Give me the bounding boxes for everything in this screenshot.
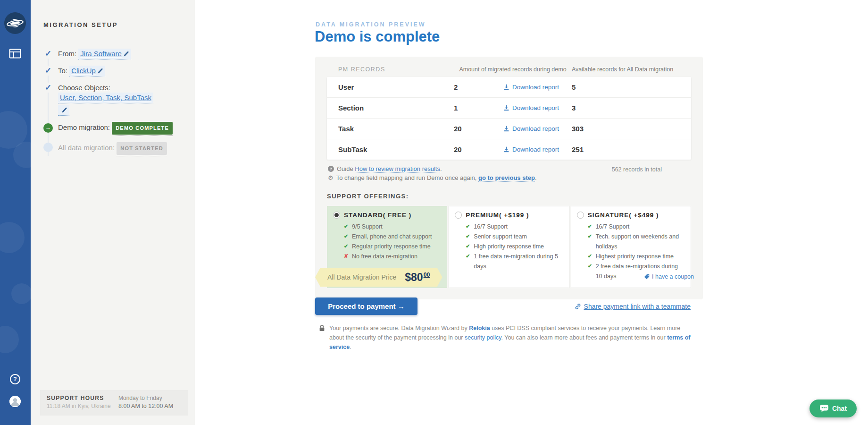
- step-to-value: ClickUp: [71, 67, 96, 75]
- share-label: Share payment link with a teammate: [584, 303, 691, 310]
- pending-circle-icon: [43, 143, 53, 152]
- feature-text: 9/5 Support: [352, 223, 383, 230]
- feature-text: Tech. support on weekends and holidays: [596, 233, 679, 250]
- step-from: ✓ From: Jira Software: [42, 49, 186, 60]
- security-note: Your payments are secure. Data Migration…: [319, 323, 694, 352]
- download-report-link[interactable]: Download report: [503, 104, 572, 111]
- step-alldata-label: All data migration:: [58, 144, 115, 152]
- download-icon: [503, 126, 509, 132]
- page-title: Demo is complete: [315, 28, 440, 45]
- relokia-link[interactable]: Relokia: [469, 325, 490, 332]
- table-row-subtask: SubTask 20 Download report 251: [327, 139, 691, 160]
- support-hours-title: SUPPORT HOURS: [47, 395, 118, 401]
- security-policy-link[interactable]: security policy: [465, 334, 501, 341]
- relokia-planet-logo-icon[interactable]: [4, 12, 26, 34]
- proceed-to-payment-button[interactable]: Proceed to payment →: [315, 298, 417, 315]
- plan-features: ✔16/7 Support ✔Senior support team ✔High…: [455, 222, 563, 272]
- support-offerings-title: SUPPORT OFFERINGS:: [327, 193, 691, 200]
- record-migrated: 20: [454, 125, 503, 133]
- record-name: User: [338, 83, 454, 91]
- security-text: . You can also learn more about fees and…: [501, 334, 668, 341]
- step-objects-value-link[interactable]: User, Section, Task, SubTask: [58, 93, 153, 103]
- record-migrated: 1: [454, 104, 503, 112]
- chat-label: Chat: [832, 405, 847, 412]
- feature-text: High priority response time: [474, 243, 544, 250]
- support-hours-days: Monday to Friday: [118, 395, 173, 401]
- previous-step-link[interactable]: go to previous step: [478, 174, 535, 182]
- setup-panel-title: MIGRATION SETUP: [43, 21, 118, 28]
- step-to-value-link[interactable]: ClickUp: [69, 66, 105, 76]
- feature-text: Senior support team: [474, 233, 527, 240]
- guide-suffix: .: [440, 165, 442, 172]
- setup-steps: ✓ From: Jira Software ✓ To: ClickUp ✓ Ch…: [42, 49, 186, 162]
- plan-title: STANDARD( FREE ): [344, 212, 411, 219]
- app-rail: ?: [0, 0, 31, 425]
- share-payment-link[interactable]: Share payment link with a teammate: [575, 303, 691, 310]
- step-all-data-migration: All data migration: NOT STARTED: [42, 142, 186, 156]
- plan-title: PREMIUM( +$199 ): [466, 212, 529, 219]
- plan-feature: ✔Email, phone and chat support: [344, 232, 441, 242]
- radio-unselected-icon[interactable]: [577, 212, 584, 219]
- support-hours-box: SUPPORT HOURS 11:18 AM in Kyiv, Ukraine …: [40, 390, 188, 416]
- gear-icon: ⚙: [328, 175, 334, 181]
- records-panel: PM RECORDS Amount of migrated records du…: [315, 57, 703, 299]
- record-available: 303: [572, 125, 680, 133]
- decorative-circle: [0, 222, 25, 253]
- check-icon: ✔: [588, 222, 592, 230]
- tag-icon: [644, 274, 650, 280]
- download-report-link[interactable]: Download report: [503, 146, 572, 153]
- section-eyebrow: DATA MIGRATION PREVIEW: [316, 21, 426, 28]
- check-icon: ✓: [42, 66, 54, 76]
- price-amount: $8000: [405, 271, 430, 284]
- guide-link[interactable]: How to review migration results: [355, 165, 440, 173]
- plan-feature: ✔Highest priority response time: [588, 252, 685, 262]
- edit-pencil-icon: [123, 51, 129, 57]
- radio-unselected-icon[interactable]: [455, 212, 462, 219]
- price-cents: 00: [424, 272, 430, 278]
- edit-pencil-icon: [97, 68, 103, 74]
- remap-note: ⚙ To change field mapping and run Demo o…: [328, 174, 690, 181]
- link-chain-icon: [575, 303, 581, 310]
- step-to-label: To:: [58, 67, 67, 75]
- radio-selected-icon[interactable]: [333, 212, 340, 219]
- demo-complete-badge: DEMO COMPLETE: [112, 122, 173, 135]
- coupon-link[interactable]: I have a coupon: [644, 273, 694, 280]
- decorative-circle: [13, 142, 40, 168]
- decorative-circle: [11, 283, 32, 304]
- step-from-label: From:: [58, 50, 76, 58]
- download-report-link[interactable]: Download report: [503, 125, 572, 132]
- chat-button[interactable]: Chat: [810, 400, 857, 417]
- window-panel-icon[interactable]: [9, 49, 21, 60]
- plan-feature: ✔Senior support team: [466, 232, 563, 242]
- demo-status-wrap[interactable]: DEMO COMPLETE: [112, 122, 173, 136]
- step-objects-edit-link[interactable]: [58, 105, 69, 116]
- check-icon: ✔: [466, 222, 470, 230]
- price-dollars: $80: [405, 271, 423, 283]
- check-icon: ✓: [42, 49, 54, 59]
- check-icon: ✔: [588, 252, 592, 260]
- download-label: Download report: [512, 104, 559, 111]
- feature-text: Highest priority response time: [596, 253, 674, 260]
- cross-icon: ✘: [344, 252, 348, 260]
- records-header: PM RECORDS Amount of migrated records du…: [327, 66, 691, 73]
- feature-text: Regular priority response time: [352, 243, 431, 250]
- step-from-value-link[interactable]: Jira Software: [78, 49, 131, 60]
- record-name: SubTask: [338, 145, 454, 153]
- step-objects-value: User, Section, Task, SubTask: [60, 94, 151, 102]
- help-question-icon[interactable]: ?: [10, 374, 20, 384]
- header-pm-records: PM RECORDS: [338, 66, 454, 73]
- lock-icon: [319, 324, 325, 332]
- check-icon: ✔: [344, 242, 348, 250]
- download-report-link[interactable]: Download report: [503, 84, 572, 91]
- step-to: ✓ To: ClickUp: [42, 66, 186, 76]
- plan-feature: ✘No free data re-migration: [344, 252, 441, 262]
- download-icon: [503, 146, 509, 153]
- download-icon: [503, 105, 509, 111]
- record-available: 251: [572, 145, 680, 153]
- header-available: Available records for All Data migration: [572, 66, 680, 73]
- user-avatar[interactable]: [9, 396, 21, 407]
- arrow-right-icon: →: [43, 123, 53, 133]
- plan-card-premium[interactable]: PREMIUM( +$199 ) ✔16/7 Support ✔Senior s…: [449, 206, 569, 288]
- plan-feature: ✔16/7 Support: [588, 222, 685, 232]
- table-row-section: Section 1 Download report 3: [327, 98, 691, 119]
